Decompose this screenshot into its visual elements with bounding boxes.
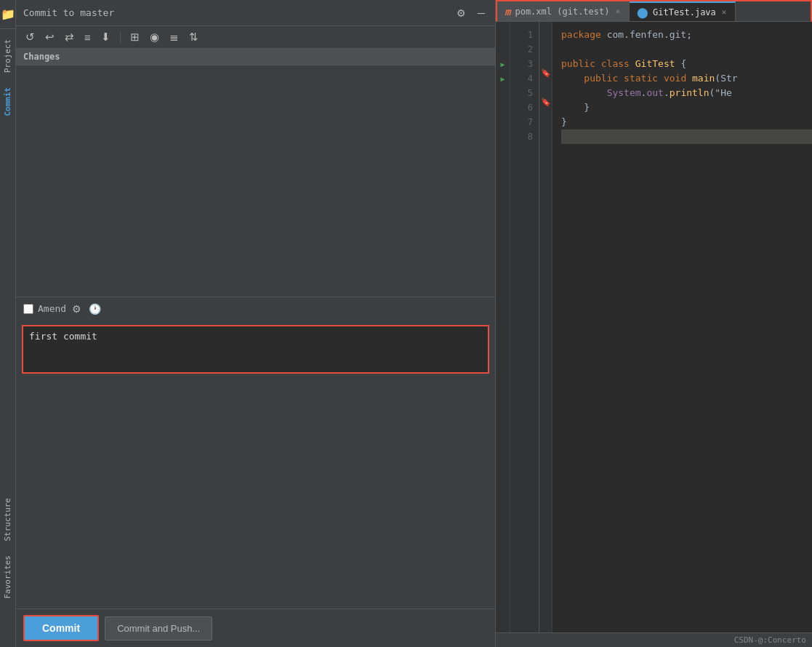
commit-toolbar: ↺ ↩ ⇄ ≡ ⬇ ⊞ ◉ ≣ ⇅ xyxy=(16,26,495,49)
code-line-4: public static void main (Str xyxy=(561,71,812,86)
sidebar-item-project[interactable]: Project xyxy=(3,35,12,77)
diff-button[interactable]: ⇄ xyxy=(61,29,78,45)
kw-package: package xyxy=(561,28,607,42)
minimize-button[interactable]: ─ xyxy=(475,6,488,20)
expand-button[interactable]: ⇅ xyxy=(185,29,202,45)
commit-buttons: Commit Commit and Push... xyxy=(16,608,495,647)
line-num-1: 1 xyxy=(510,28,539,42)
amend-row: Amend ⚙ 🕐 xyxy=(16,297,495,321)
commit-panel-title: Commit to master xyxy=(23,7,114,18)
code-line-8 xyxy=(561,129,812,144)
code-line-6: } xyxy=(561,100,812,115)
line-num-2: 2 xyxy=(510,42,539,57)
commit-panel: Commit to master ⚙ ─ ↺ ↩ ⇄ ≡ ⬇ ⊞ ◉ ≣ ⇅ C… xyxy=(16,0,496,647)
grid-button[interactable]: ⊞ xyxy=(126,29,143,45)
code-line-1: package com.fenfen.git; xyxy=(561,28,812,42)
download-button[interactable]: ⬇ xyxy=(97,29,114,45)
changes-list[interactable] xyxy=(16,65,495,297)
gutter-7 xyxy=(496,115,510,129)
line-num-3: 3 xyxy=(510,57,539,71)
refresh-button[interactable]: ↺ xyxy=(22,29,39,45)
toolbar-separator-1 xyxy=(120,31,121,43)
tab-bar: m pom.xml (git.test) ✕ ⬤ GitTest.java ✕ xyxy=(496,0,812,22)
folder-icon: 📁 xyxy=(1,7,15,21)
gutter-area: ▶ ▶ xyxy=(496,22,510,632)
changes-header: Changes xyxy=(16,49,495,65)
code-area[interactable]: ▶ ▶ 1 2 3 4 5 6 7 8 xyxy=(496,22,812,632)
amend-checkbox[interactable] xyxy=(23,304,33,314)
gutter-2 xyxy=(496,42,510,57)
align-button[interactable]: ≣ xyxy=(166,29,182,45)
list-view-button[interactable]: ≡ xyxy=(81,30,95,45)
commit-push-button[interactable]: Commit and Push... xyxy=(105,616,212,640)
sidebar-item-favorites[interactable]: Favorites xyxy=(3,551,12,603)
code-line-7: } xyxy=(561,115,812,129)
code-line-2 xyxy=(561,42,812,57)
bookmark-4-icon: 🔖 xyxy=(541,68,551,78)
tab-pom-close[interactable]: ✕ xyxy=(614,7,622,16)
pom-icon: m xyxy=(505,6,510,17)
line-num-5: 5 xyxy=(510,86,539,100)
amend-label[interactable]: Amend xyxy=(38,303,66,314)
far-left-sidebar: 📁 Project Commit Structure Favorites xyxy=(0,0,16,647)
tab-gittest-label: GitTest.java xyxy=(653,7,716,17)
commit-button[interactable]: Commit xyxy=(23,615,99,641)
gutter-5 xyxy=(496,86,510,100)
tab-gittest-close[interactable]: ✕ xyxy=(720,7,728,17)
line-numbers: 1 2 3 4 5 6 7 8 xyxy=(510,22,539,632)
commit-header: Commit to master ⚙ ─ xyxy=(16,0,495,26)
tab-pom-label: pom.xml (git.test) xyxy=(515,7,609,17)
code-line-3: public class GitTest { xyxy=(561,57,812,71)
status-bar: CSDN-@:Concerto xyxy=(496,632,812,647)
editor-panel: m pom.xml (git.test) ✕ ⬤ GitTest.java ✕ … xyxy=(496,0,812,647)
amend-settings-button[interactable]: ⚙ xyxy=(71,302,83,316)
line-num-4: 4 xyxy=(510,71,539,86)
gutter-1 xyxy=(496,28,510,42)
commit-message-input[interactable]: first commit xyxy=(23,326,488,370)
tab-pom[interactable]: m pom.xml (git.test) ✕ xyxy=(497,1,630,21)
eye-button[interactable]: ◉ xyxy=(146,29,163,45)
commit-message-area: first commit xyxy=(22,325,489,374)
gutter-8 xyxy=(496,129,510,144)
code-line-5: System . out . println ("He xyxy=(561,86,812,100)
watermark-text: CSDN-@:Concerto xyxy=(734,635,806,645)
tab-gittest[interactable]: ⬤ GitTest.java ✕ xyxy=(630,1,736,21)
code-content[interactable]: package com.fenfen.git; public class Git… xyxy=(552,22,812,632)
gutter-4: ▶ xyxy=(496,71,510,86)
bookmark-gutter: 🔖 🔖 xyxy=(539,22,552,632)
gutter-6 xyxy=(496,100,510,115)
line-num-6: 6 xyxy=(510,100,539,115)
line-num-7: 7 xyxy=(510,115,539,129)
sidebar-item-commit[interactable]: Commit xyxy=(3,83,12,121)
app-container: 📁 Project Commit Structure Favorites Com… xyxy=(0,0,812,647)
sidebar-item-structure[interactable]: Structure xyxy=(3,494,12,546)
gittest-icon: ⬤ xyxy=(637,7,648,18)
settings-button[interactable]: ⚙ xyxy=(454,6,469,20)
undo-button[interactable]: ↩ xyxy=(41,29,58,45)
line-num-8: 8 xyxy=(510,129,539,144)
amend-history-button[interactable]: 🕐 xyxy=(87,302,102,316)
bookmark-6-icon: 🔖 xyxy=(541,97,551,107)
commit-extra-area xyxy=(16,378,495,609)
commit-header-actions: ⚙ ─ xyxy=(454,6,488,20)
gutter-3: ▶ xyxy=(496,57,510,71)
